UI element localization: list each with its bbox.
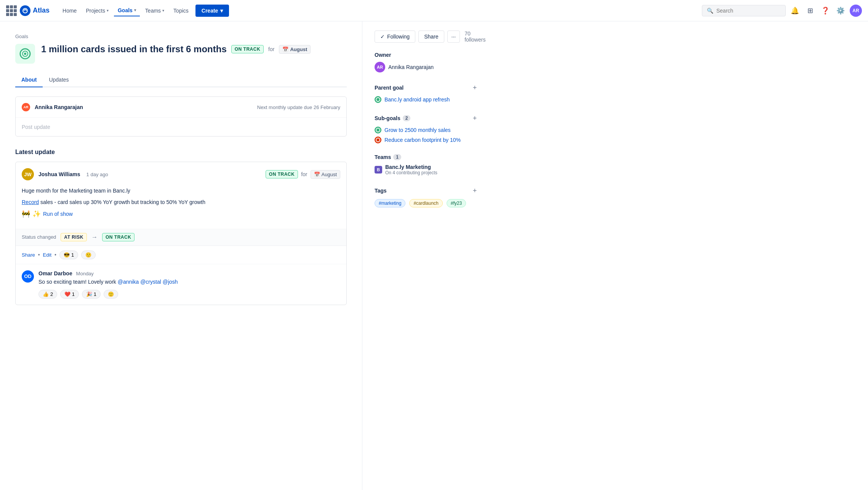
update-text-2: Record sales - card sales up 30% YoY gro… [22, 198, 340, 206]
nav-projects[interactable]: Projects ▾ [82, 5, 112, 16]
sidebar-teams-title-row: Teams 1 [375, 154, 479, 160]
edit-link[interactable]: Edit [43, 252, 51, 258]
separator-2: • [54, 252, 56, 258]
sidebar-tags-label: Tags [375, 188, 387, 194]
nav-topics[interactable]: Topics [170, 5, 192, 16]
update-card: JW Joshua Williams 1 day ago ON TRACK fo… [15, 162, 347, 305]
settings-button[interactable]: ⚙️ [834, 5, 847, 17]
record-link[interactable]: Record [22, 199, 39, 205]
status-to-badge: ON TRACK [102, 233, 135, 241]
sidebar-parent-goal-label: Parent goal [375, 85, 404, 91]
following-button[interactable]: ✓ Following [375, 31, 415, 43]
sidebar-subgoals-title-row: Sub-goals 2 + [375, 114, 479, 123]
post-update-input[interactable]: Post update [16, 118, 346, 136]
chevron-down-icon: ▾ [134, 8, 136, 12]
parent-goal-name: Banc.ly android app refresh [384, 96, 450, 103]
calendar-icon: 📅 [282, 47, 288, 52]
content-area: Goals 1 million cards issued in the firs… [0, 21, 362, 490]
update-header: JW Joshua Williams 1 day ago ON TRACK fo… [16, 162, 346, 186]
nav-goals[interactable]: Goals ▾ [114, 5, 140, 16]
run-of-show-link[interactable]: Run of show [43, 211, 73, 217]
comment-reactions: 👍 2 ❤️ 1 🎉 1 🙂 [38, 290, 178, 299]
create-button[interactable]: Create ▾ [195, 5, 229, 17]
comment-text: So so exciting team! Lovely work @annika… [38, 278, 178, 286]
cool-reaction-button[interactable]: 😎 1 [59, 251, 78, 259]
help-button[interactable]: ❓ [819, 5, 831, 17]
team-row: B Banc.ly Marketing On 4 contributing pr… [375, 164, 479, 175]
tab-updates[interactable]: Updates [43, 73, 75, 87]
sidebar-subgoals-label: Sub-goals [375, 115, 400, 121]
mention-annika[interactable]: @annika [118, 279, 139, 285]
update-status-badge: ON TRACK [266, 170, 298, 178]
breadcrumb[interactable]: Goals [15, 34, 347, 39]
status-from-badge: AT RISK [61, 233, 87, 241]
subgoals-count: 2 [403, 115, 411, 121]
tag-cardlaunch[interactable]: #cardlaunch [409, 199, 442, 207]
chevron-down-icon: ▾ [107, 8, 109, 13]
chevron-down-icon: ▾ [220, 8, 223, 14]
update-text-1: Huge month for the Marketing team in Ban… [22, 186, 340, 195]
arrow-icon: → [91, 234, 98, 241]
sidebar-parent-goal-section: Parent goal + Banc.ly android app refres… [375, 83, 479, 103]
svg-point-3 [24, 53, 26, 55]
check-icon: ✓ [380, 34, 385, 40]
month-badge: 📅 August [279, 45, 311, 54]
mention-josh[interactable]: @josh [163, 279, 178, 285]
search-box[interactable]: 🔍 [702, 5, 786, 16]
search-icon: 🔍 [707, 8, 713, 14]
sidebar-parent-goal-title-row: Parent goal + [375, 83, 479, 92]
parent-goal-item[interactable]: Banc.ly android app refresh [375, 96, 479, 103]
tag-fy23[interactable]: #fy23 [447, 199, 466, 207]
construction-icon: 🚧 [22, 210, 30, 218]
sidebar-teams-section: Teams 1 B Banc.ly Marketing On 4 contrib… [375, 154, 479, 175]
add-reaction-button[interactable]: 🙂 [81, 251, 96, 259]
more-button[interactable]: ··· [447, 31, 460, 43]
reaction-party[interactable]: 🎉 1 [82, 290, 101, 299]
calendar-icon: 📅 [314, 172, 320, 177]
main-layout: Goals 1 million cards issued in the firs… [0, 21, 868, 490]
owner-name: Annika Rangarajan [388, 64, 434, 70]
post-update-area: AR Annika Rangarajan Next monthly update… [15, 96, 347, 137]
add-tag-button[interactable]: + [470, 186, 479, 195]
team-info: Banc.ly Marketing On 4 contributing proj… [385, 164, 437, 175]
grid-icon[interactable] [6, 5, 17, 16]
update-body: Huge month for the Marketing team in Ban… [16, 186, 346, 229]
share-link[interactable]: Share [22, 252, 35, 258]
subgoal-item-2[interactable]: Reduce carbon footprint by 10% [375, 137, 479, 143]
owner-row: AR Annika Rangarajan [375, 62, 479, 72]
owner-avatar: AR [375, 62, 385, 72]
share-button[interactable]: Share [418, 31, 444, 43]
teams-count: 1 [393, 154, 401, 160]
team-badge: B [375, 166, 382, 174]
update-author-avatar: JW [22, 168, 34, 180]
avatar[interactable]: AR [850, 5, 862, 17]
subgoal-icon-2 [375, 137, 381, 143]
update-header-right: ON TRACK for 📅 August [266, 170, 340, 179]
followers-count: 70 followers [464, 31, 485, 43]
add-comment-reaction-button[interactable]: 🙂 [104, 290, 118, 299]
subgoal-item-1[interactable]: Grow to 2500 monthly sales [375, 127, 479, 133]
sidebar: ✓ Following Share ··· 70 followers Owner… [362, 21, 492, 490]
subgoal-name-2: Reduce carbon footprint by 10% [384, 137, 461, 143]
separator-1: • [38, 252, 40, 258]
reaction-2[interactable]: 👍 2 [38, 290, 57, 299]
team-name[interactable]: Banc.ly Marketing [385, 164, 437, 170]
nav-home[interactable]: Home [59, 5, 80, 16]
subgoal-icon-1 [375, 127, 381, 133]
reaction-heart[interactable]: ❤️ 1 [60, 290, 79, 299]
mention-crystal[interactable]: @crystal [140, 279, 161, 285]
boards-button[interactable]: ⊞ [804, 5, 816, 17]
nav-teams[interactable]: Teams ▾ [141, 5, 168, 16]
parent-goal-icon [375, 96, 381, 103]
tab-about[interactable]: About [15, 73, 43, 87]
goal-header: 1 million cards issued in the first 6 mo… [15, 44, 347, 64]
search-input[interactable] [716, 8, 781, 14]
for-text: for [268, 46, 274, 52]
status-change-label: Status changed [22, 234, 56, 240]
logo[interactable]: Atlas [20, 5, 50, 16]
add-subgoal-button[interactable]: + [470, 114, 479, 123]
notifications-button[interactable]: 🔔 [789, 5, 801, 17]
sidebar-tags-title-row: Tags + [375, 186, 479, 195]
add-parent-goal-button[interactable]: + [470, 83, 479, 92]
tag-marketing[interactable]: #marketing [375, 199, 405, 207]
